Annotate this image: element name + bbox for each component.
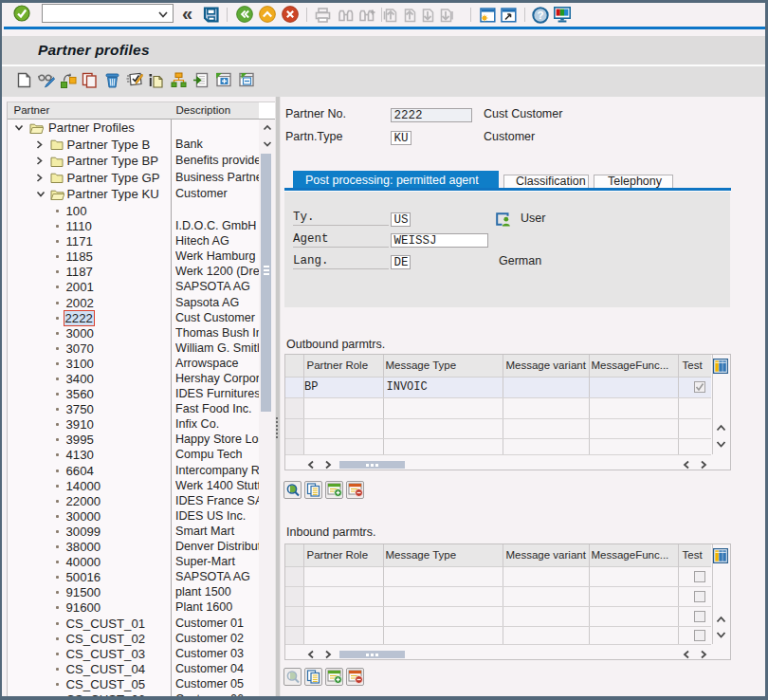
svg-text:?: ? <box>537 9 543 21</box>
